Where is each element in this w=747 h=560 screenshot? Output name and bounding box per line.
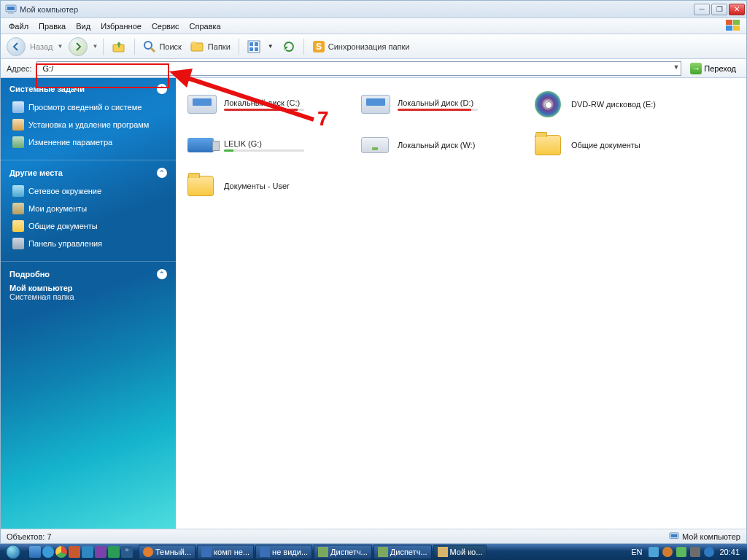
sync-refresh-button[interactable] [279,38,298,55]
taskbar-clock[interactable]: 20:41 [718,548,741,556]
hdd-icon [361,91,390,117]
menu-file[interactable]: Файл [4,20,34,32]
views-button[interactable]: ▼ [244,38,276,55]
drive-g-usb[interactable]: LELIK (G:) [187,128,348,163]
svg-rect-2 [8,12,14,14]
menu-help[interactable]: Справка [185,20,226,32]
drive-d[interactable]: Локальный диск (D:) [361,87,522,122]
ql-expand[interactable]: » [121,546,133,558]
task-item[interactable]: не види... [255,545,312,559]
word-icon [201,547,212,557]
task-change-setting[interactable]: Изменение параметра [9,133,167,151]
forward-dropdown[interactable]: ▼ [90,43,98,50]
ql-ie[interactable] [42,546,54,558]
folder-icon [12,220,24,232]
ql-app2[interactable] [82,546,93,558]
maximize-button[interactable]: ❐ [711,4,727,15]
menu-edit[interactable]: Правка [34,20,71,32]
forward-button[interactable] [69,37,88,56]
menu-favorite[interactable]: Избранное [96,20,147,32]
tray-icon[interactable] [690,547,700,557]
ql-app4[interactable] [108,546,120,558]
task-item[interactable]: Мой ко... [433,545,487,559]
go-button[interactable]: → Переход [686,61,740,76]
task-item[interactable]: комп не... [197,545,254,559]
svg-line-9 [151,48,155,52]
start-button[interactable] [0,544,26,560]
system-tasks-header[interactable]: Системные задачи ⌃ [9,84,167,98]
task-system-info[interactable]: Просмотр сведений о системе [9,98,167,116]
ql-chrome[interactable] [55,546,67,558]
collapse-icon: ⌃ [157,168,167,178]
sync-icon: S [312,40,325,53]
svg-rect-16 [255,47,258,51]
address-input[interactable] [42,63,677,74]
collapse-icon: ⌃ [157,269,167,279]
devmgr-icon [378,547,388,557]
ql-show-desktop[interactable] [29,546,41,558]
language-indicator[interactable]: EN [628,548,645,556]
firefox-icon [143,547,153,557]
details-header[interactable]: Подробно ⌃ [9,269,167,284]
tray-icon[interactable] [649,547,659,557]
other-places-header[interactable]: Другие места ⌃ [9,168,167,182]
place-shared[interactable]: Общие документы [9,217,167,235]
sync-button[interactable]: S Синхронизация папки [309,38,413,55]
mycomputer-icon [669,532,679,542]
menu-view[interactable]: Вид [71,20,96,32]
word-icon [260,547,270,557]
info-icon [12,101,24,113]
back-label: Назад [28,42,53,51]
place-mydocs[interactable]: Мои документы [9,200,167,217]
views-icon [247,40,263,53]
task-item[interactable]: Темный... [139,545,196,559]
folder-up-icon [112,39,126,54]
address-dropdown-icon[interactable]: ▼ [673,63,679,71]
toolbar: Назад ▼ ▼ Поиск Папки ▼ S Синхрониз [1,34,746,59]
drive-c[interactable]: Локальный диск (C:) [187,87,348,122]
refresh-icon [282,40,295,53]
window-controls: ─ ❐ ✕ [694,4,745,15]
svg-rect-1 [7,7,15,10]
drive-w[interactable]: Локальный диск (W:) [361,128,522,163]
svg-rect-13 [249,42,253,46]
task-add-remove[interactable]: Установка и удаление программ [9,116,167,133]
taskbar: » Темный... комп не... не види... Диспет… [0,544,747,560]
taskmgr-icon [318,547,328,557]
menu-tools[interactable]: Сервис [147,20,185,32]
address-field[interactable]: ▼ [36,61,682,76]
programs-icon [12,119,24,131]
svg-rect-6 [733,26,740,31]
back-button[interactable] [7,37,26,56]
window-title: Мой компьютер [20,5,694,14]
minimize-button[interactable]: ─ [694,4,710,15]
address-label: Адрес: [7,64,32,73]
task-item[interactable]: Диспетч... [314,545,372,559]
close-button[interactable]: ✕ [729,4,745,15]
folder-icon [535,132,564,158]
ql-app1[interactable] [69,546,80,558]
up-button[interactable] [109,37,129,56]
ql-app3[interactable] [95,546,107,558]
back-dropdown[interactable]: ▼ [56,43,63,50]
titlebar: Мой компьютер ─ ❐ ✕ [1,1,746,18]
views-dropdown-icon: ▼ [266,43,274,50]
shared-documents[interactable]: Общие документы [535,128,695,163]
task-buttons: Темный... комп не... не види... Диспетч.… [136,545,622,559]
quick-launch: » [26,546,136,558]
tray-icon[interactable] [662,547,673,557]
user-documents[interactable]: Документы - User [187,168,348,203]
svg-rect-3 [726,20,732,25]
place-cpl[interactable]: Панель управления [9,235,167,252]
svg-text:S: S [316,42,322,52]
folders-button[interactable]: Папки [187,38,233,55]
tray-icon[interactable] [704,547,714,557]
settings-icon [12,136,24,148]
place-network[interactable]: Сетевое окружение [9,182,167,200]
task-item[interactable]: Диспетч... [374,545,432,559]
tray-icon[interactable] [676,547,686,557]
start-orb-icon [6,545,20,559]
search-icon [143,40,156,53]
search-button[interactable]: Поиск [140,38,184,55]
drive-e-dvd[interactable]: DVD-RW дисковод (E:) [535,87,695,122]
